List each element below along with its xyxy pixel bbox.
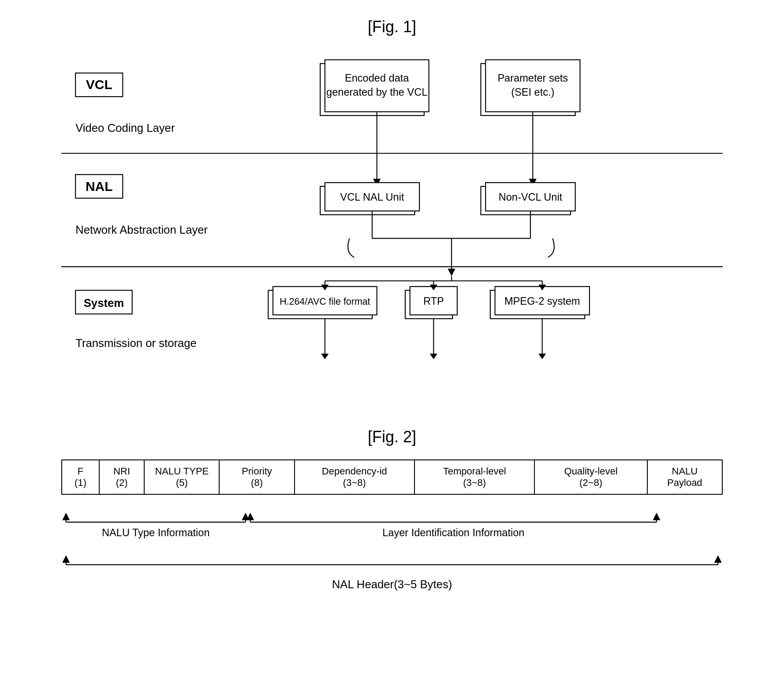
svg-text:MPEG-2 system: MPEG-2 system [504, 295, 580, 307]
svg-marker-52 [321, 354, 329, 359]
cell-nalu-type: NALU TYPE (5) [144, 460, 219, 494]
svg-marker-54 [430, 354, 437, 359]
layer-id-label: Layer Identification Information [382, 527, 524, 539]
fig2-table-container: F (1) NRI (2) NALU TYPE (5) Priority (8)… [61, 459, 723, 604]
svg-text:Transmission or storage: Transmission or storage [75, 337, 197, 349]
svg-text:RTP: RTP [423, 295, 444, 307]
svg-text:Encoded data: Encoded data [345, 72, 409, 84]
fig1-title: [Fig. 1] [368, 18, 416, 36]
svg-rect-6 [325, 60, 429, 112]
svg-marker-66 [653, 513, 660, 520]
table-row: F (1) NRI (2) NALU TYPE (5) Priority (8)… [62, 460, 722, 494]
svg-marker-56 [538, 354, 546, 359]
svg-text:NAL: NAL [86, 179, 113, 194]
svg-text:Video Coding Layer: Video Coding Layer [75, 122, 175, 134]
svg-marker-65 [246, 513, 254, 520]
nalu-type-label: NALU Type Information [102, 527, 209, 539]
svg-marker-70 [62, 555, 70, 563]
svg-text:Non-VCL Unit: Non-VCL Unit [499, 191, 563, 203]
svg-marker-60 [62, 513, 70, 520]
svg-text:VCL NAL Unit: VCL NAL Unit [340, 191, 404, 203]
svg-text:generated by the VCL: generated by the VCL [326, 86, 427, 98]
cell-nri: NRI (2) [99, 460, 144, 494]
fig2-title: [Fig. 2] [368, 428, 416, 446]
svg-text:System: System [84, 297, 124, 309]
cell-dependency-id: Dependency-id (3~8) [295, 460, 414, 494]
cell-temporal-level: Temporal-level (3~8) [414, 460, 534, 494]
svg-marker-30 [448, 269, 455, 276]
cell-f: F (1) [62, 460, 99, 494]
svg-text:(SEI etc.): (SEI etc.) [511, 86, 554, 98]
nal-header-label: NAL Header(3~5 Bytes) [332, 578, 452, 590]
cell-nalu-payload: NALU Payload [647, 460, 722, 494]
svg-text:H.264/AVC file format: H.264/AVC file format [280, 296, 370, 307]
cell-priority: Priority (8) [219, 460, 294, 494]
cell-quality-level: Quality-level (2~8) [534, 460, 647, 494]
svg-text:Network Abstraction Layer: Network Abstraction Layer [75, 224, 208, 236]
svg-marker-71 [714, 555, 722, 563]
svg-text:Parameter sets: Parameter sets [497, 72, 568, 84]
svg-text:VCL: VCL [86, 77, 112, 92]
nal-header-table: F (1) NRI (2) NALU TYPE (5) Priority (8)… [61, 459, 723, 495]
svg-rect-10 [485, 60, 580, 112]
